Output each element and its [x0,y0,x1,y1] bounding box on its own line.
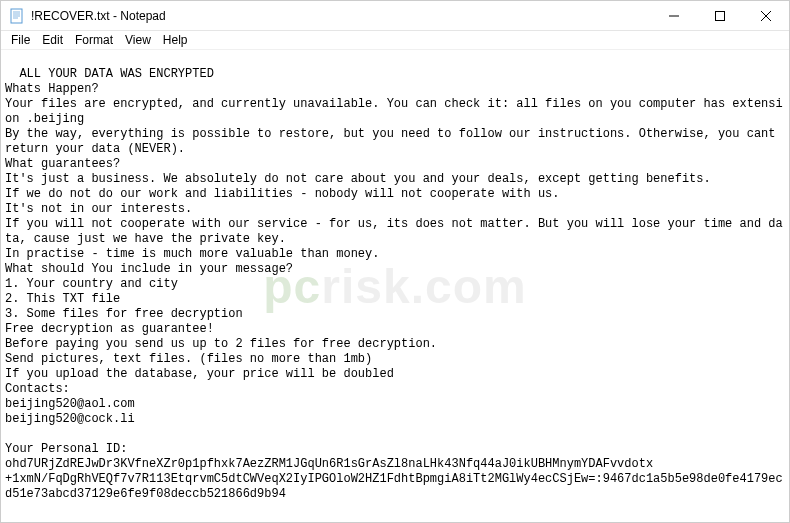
titlebar: !RECOVER.txt - Notepad [1,1,789,31]
notepad-icon [9,8,25,24]
close-button[interactable] [743,1,789,31]
window-title: !RECOVER.txt - Notepad [31,9,651,23]
menubar: File Edit Format View Help [1,31,789,50]
watermark-suffix: risk.com [321,260,526,313]
menu-file[interactable]: File [5,32,36,48]
window-controls [651,1,789,30]
menu-format[interactable]: Format [69,32,119,48]
watermark: pcrisk.com [263,279,526,294]
minimize-button[interactable] [651,1,697,31]
menu-edit[interactable]: Edit [36,32,69,48]
maximize-button[interactable] [697,1,743,31]
menu-help[interactable]: Help [157,32,194,48]
menu-view[interactable]: View [119,32,157,48]
document-text: ALL YOUR DATA WAS ENCRYPTED Whats Happen… [5,67,783,501]
svg-rect-6 [716,12,725,21]
text-area[interactable]: pcrisk.comALL YOUR DATA WAS ENCRYPTED Wh… [1,50,789,522]
